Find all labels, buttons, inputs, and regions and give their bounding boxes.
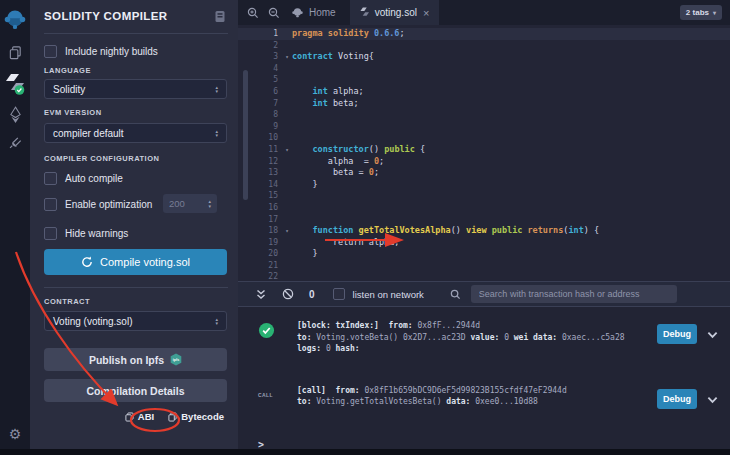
call-badge: CALL [258, 387, 297, 398]
code-line: 14 } [238, 179, 730, 191]
fold-gutter [282, 86, 292, 98]
expand-entry-chevron-icon[interactable] [707, 331, 718, 339]
code-line: 16 [238, 202, 730, 214]
fold-gutter [282, 167, 292, 179]
enable-optimization-row: Enable optimization [44, 198, 152, 211]
tab-home[interactable]: Home [292, 7, 336, 18]
copy-abi-button[interactable]: ABI [125, 411, 154, 422]
close-tab-icon[interactable]: × [423, 8, 429, 18]
fold-gutter [282, 179, 292, 191]
clear-console-icon[interactable] [282, 288, 294, 300]
enable-optimization-checkbox[interactable] [44, 198, 57, 211]
solidity-compiler-panel: SOLIDITY COMPILER Include nightly builds… [30, 0, 238, 449]
solidity-file-icon [360, 7, 369, 18]
remix-logo-icon[interactable] [0, 8, 30, 32]
auto-compile-row: Auto compile [44, 172, 123, 185]
terminal-log: [block: txIndex:] from: 0x8fF...2944dto:… [238, 307, 730, 449]
line-number: 19 [238, 237, 282, 249]
select-stepper-icon: ▴▾ [215, 85, 218, 94]
fold-gutter [282, 40, 292, 52]
listen-network-label: listen on network [353, 289, 424, 300]
code-line: 1pragma solidity 0.6.6; [238, 28, 730, 40]
copy-bytecode-button[interactable]: Bytecode [168, 411, 224, 422]
optimization-runs-input[interactable]: 200 ▴▾ [163, 194, 217, 213]
fold-gutter [282, 248, 292, 260]
nightly-builds-row: Include nightly builds [44, 45, 158, 58]
code-editor[interactable]: 1pragma solidity 0.6.6;23▾contract Votin… [238, 25, 730, 281]
line-number: 17 [238, 214, 282, 226]
deploy-run-icon[interactable] [0, 106, 30, 125]
tab-voting-sol-label: voting.sol [375, 7, 417, 18]
fold-gutter [282, 28, 292, 40]
evm-version-select[interactable]: compiler default ▴▾ [44, 123, 227, 143]
compilation-details-button[interactable]: Compilation Details [44, 379, 227, 402]
compile-button-label: Compile voting.sol [100, 256, 190, 268]
debug-button[interactable]: Debug [657, 324, 697, 344]
line-number: 21 [238, 260, 282, 272]
language-label: LANGUAGE [44, 66, 91, 75]
select-stepper-icon: ▴▾ [215, 317, 218, 326]
solidity-compiler-icon[interactable] [0, 73, 30, 96]
auto-compile-label: Auto compile [65, 173, 123, 184]
settings-gear-icon[interactable]: ⚙ [0, 426, 30, 442]
remix-home-icon [292, 7, 303, 18]
auto-compile-checkbox[interactable] [44, 172, 57, 185]
terminal-entries: [block: txIndex:] from: 0x8fF...2944dto:… [238, 320, 730, 409]
code-line: 17 [238, 214, 730, 226]
fold-arrow-icon[interactable]: ▾ [282, 225, 292, 237]
pending-tx-count: 0 [309, 289, 315, 300]
nightly-builds-checkbox[interactable] [44, 45, 57, 58]
editor-scrollbar-thumb[interactable] [243, 70, 248, 200]
terminal-prompt[interactable]: > [238, 439, 730, 450]
plugin-manager-icon[interactable] [0, 135, 30, 150]
hide-warnings-label: Hide warnings [65, 228, 128, 239]
editor-lines: 1pragma solidity 0.6.6;23▾contract Votin… [238, 28, 730, 283]
expand-terminal-icon[interactable] [256, 289, 266, 300]
expand-entry-chevron-icon[interactable] [707, 396, 718, 404]
code-line: 7 int beta; [238, 98, 730, 110]
fold-arrow-icon[interactable]: ▾ [282, 51, 292, 63]
tab-home-label: Home [309, 7, 336, 18]
fold-arrow-icon[interactable]: ▾ [282, 144, 292, 156]
editor-tab-bar: Home voting.sol × 2 tabs ▾ [238, 0, 730, 25]
fold-gutter [282, 63, 292, 75]
copy-icon [168, 412, 177, 422]
file-explorer-icon[interactable] [0, 45, 30, 61]
compile-button[interactable]: Compile voting.sol [44, 249, 227, 275]
code-line: 12 alpha = 0; [238, 156, 730, 168]
publish-ipfs-button[interactable]: Publish on Ipfs ipfs [44, 348, 227, 371]
code-line: 9 [238, 121, 730, 133]
copy-artifacts-row: ABI Bytecode [125, 411, 224, 422]
debug-button[interactable]: Debug [657, 389, 697, 409]
code-line: 15 [238, 190, 730, 202]
nightly-builds-label: Include nightly builds [65, 46, 158, 57]
terminal-log-entry: CALL[call] from: 0x8fF1b659bDC9D6eF5d998… [238, 385, 730, 409]
listen-network-checkbox[interactable] [333, 288, 345, 300]
tabs-count-label: 2 tabs [686, 8, 709, 17]
language-select[interactable]: Solidity ▴▾ [44, 79, 227, 99]
line-number: 2 [238, 40, 282, 52]
code-line: 2 [238, 40, 730, 52]
fold-gutter [282, 214, 292, 226]
icon-rail: ⚙ [0, 0, 30, 449]
tabs-count-dropdown[interactable]: 2 tabs ▾ [680, 5, 722, 20]
code-line: 19 return alpha; [238, 237, 730, 249]
abi-label: ABI [138, 411, 154, 422]
zoom-out-icon[interactable] [268, 7, 280, 19]
divider [44, 287, 228, 288]
contract-select[interactable]: Voting (voting.sol) ▴▾ [44, 311, 227, 331]
hide-warnings-checkbox[interactable] [44, 227, 57, 240]
fold-gutter [282, 237, 292, 249]
documentation-icon[interactable] [214, 9, 226, 27]
ipfs-badge-icon: ipfs [170, 353, 182, 366]
code-line: 11▾ constructor() public { [238, 144, 730, 156]
number-stepper-icon[interactable]: ▴▾ [208, 199, 211, 208]
terminal-search-input[interactable] [471, 285, 677, 303]
code-line: 4 [238, 63, 730, 75]
compilation-details-label: Compilation Details [86, 385, 184, 397]
code-line: 3▾contract Voting{ [238, 51, 730, 63]
fold-gutter [282, 190, 292, 202]
zoom-in-icon[interactable] [247, 7, 259, 19]
tab-voting-sol[interactable]: voting.sol × [350, 0, 440, 25]
code-line: 6 int alpha; [238, 86, 730, 98]
